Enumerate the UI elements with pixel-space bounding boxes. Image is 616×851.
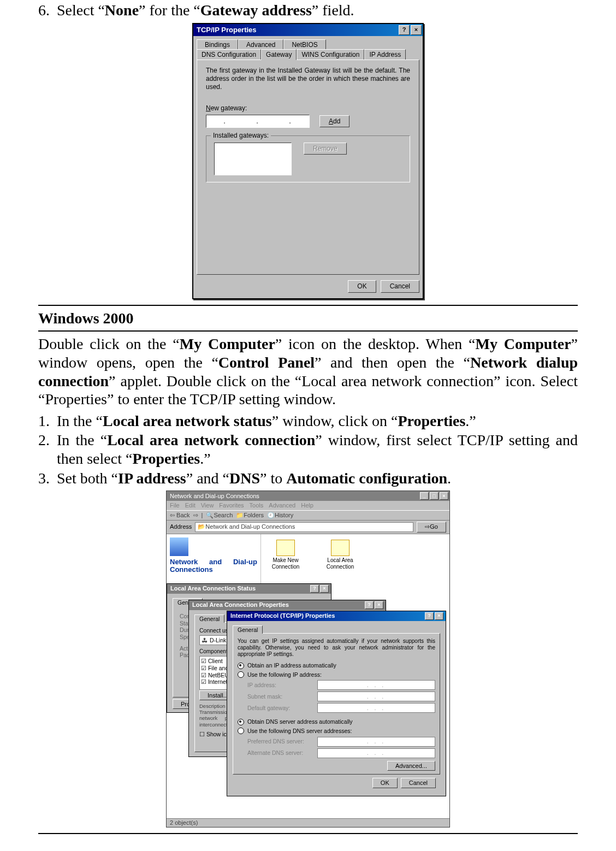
bold-my-computer: My Computer	[180, 335, 275, 352]
explorer-left-pane: Network and Dial-up Connections	[167, 534, 261, 583]
text: ” for the “	[139, 2, 200, 19]
go-button[interactable]: ⇨Go	[417, 522, 446, 532]
opt-manual-dns[interactable]: Use the following DNS server addresses:	[238, 728, 435, 735]
menu-advanced[interactable]: Advanced	[269, 502, 295, 509]
tab-panel-gateway: The first gateway in the Installed Gatew…	[197, 60, 419, 275]
history-button[interactable]: 🕘History	[267, 512, 293, 519]
help-button[interactable]: ?	[399, 25, 410, 35]
status-bar: 2 object(s)	[167, 818, 449, 827]
figure-w2k-network-settings: Network and Dial-up Connections _ □ × Fi…	[38, 490, 578, 828]
tab-bindings[interactable]: Bindings	[197, 39, 238, 50]
tab-advanced[interactable]: Advanced	[238, 39, 283, 50]
left-pane-heading: Network and Dial-up Connections	[170, 558, 257, 574]
default-gateway-field: Default gateway:. . .	[247, 703, 435, 713]
tab-netbios[interactable]: NetBIOS	[283, 39, 325, 50]
cancel-button[interactable]: Cancel	[381, 280, 419, 292]
tcpip-intro: You can get IP settings assigned automat…	[238, 638, 435, 658]
minimize-button[interactable]: _	[420, 492, 429, 500]
text: ” and “	[186, 470, 229, 487]
tab-general[interactable]: General	[194, 614, 224, 623]
tab-general[interactable]: General	[233, 625, 263, 634]
step-number: 2.	[38, 431, 57, 468]
add-button[interactable]: AAdddd	[319, 115, 350, 127]
bold-properties: Properties	[398, 412, 465, 429]
bold-lan-status: Local area network status	[103, 412, 272, 429]
opt-manual-ip[interactable]: Use the following IP address:	[238, 671, 435, 678]
menu-help[interactable]: Help	[301, 502, 313, 509]
search-button[interactable]: 🔍Search	[206, 512, 233, 519]
step-number: 6.	[38, 1, 57, 20]
ok-button[interactable]: OK	[372, 778, 398, 788]
new-gateway-input[interactable]: ...	[206, 115, 310, 128]
tcpip-title: Internet Protocol (TCP/IP) Properties	[230, 612, 424, 619]
address-bar: Address 📂 Network and Dial-up Connection…	[167, 521, 449, 534]
help-button[interactable]: ?	[425, 612, 434, 620]
address-field[interactable]: 📂 Network and Dial-up Connections	[195, 522, 413, 532]
menu-tools[interactable]: Tools	[250, 502, 264, 509]
menu-edit[interactable]: Edit	[185, 502, 196, 509]
menu-bar: File Edit View Favorites Tools Advanced …	[167, 501, 449, 510]
new-gateway-label: NNew gateway:ew gateway:	[206, 104, 410, 112]
text: ” applet. Double click on the “Local are…	[38, 373, 578, 408]
tab-ip-address[interactable]: IP Address	[364, 49, 406, 60]
forward-button[interactable]: ⇨	[193, 512, 198, 519]
text: .”	[200, 450, 210, 467]
figure-tcpip-properties: TCP/IP Properties ? × Bindings Advanced …	[38, 23, 578, 299]
gateway-intro-text: The first gateway in the Installed Gatew…	[206, 67, 410, 91]
divider	[38, 833, 578, 834]
icon-local-area-connection[interactable]: Local Area Connection	[321, 540, 359, 578]
menu-file[interactable]: File	[170, 502, 180, 509]
w2k-intro-paragraph: Double click on the “My Computer” icon o…	[38, 335, 578, 408]
opt-auto-dns[interactable]: Obtain DNS server address automatically	[238, 718, 435, 725]
text: Set both “	[57, 470, 118, 487]
text: In the “	[57, 412, 103, 429]
title-bar: TCP/IP Properties ? ×	[193, 24, 423, 36]
radio-icon	[238, 663, 244, 669]
dialog-title: TCP/IP Properties	[197, 26, 398, 34]
step-number: 1.	[38, 412, 57, 430]
text: .	[447, 470, 451, 487]
close-button[interactable]: ×	[375, 601, 383, 609]
w2k-step-2: 2. In the “Local area network connection…	[38, 431, 578, 468]
ip-address-field: IP address:. . .	[247, 680, 435, 690]
bold-properties: Properties	[132, 450, 200, 467]
installed-gateways-list[interactable]	[214, 143, 292, 175]
bold-gateway-address: Gateway address	[200, 2, 312, 19]
installed-gateways-label: Installed gateways:	[211, 132, 271, 139]
radio-icon	[238, 719, 244, 725]
toolbar: ⇦ Back ⇨ | 🔍Search 📁Folders 🕘History	[167, 510, 449, 521]
dialog-tcpip-properties: Internet Protocol (TCP/IP) Properties?× …	[227, 611, 446, 796]
close-button[interactable]: ×	[440, 492, 448, 500]
cancel-button[interactable]: Cancel	[401, 778, 436, 788]
menu-view[interactable]: View	[201, 502, 214, 509]
address-label: Address	[170, 523, 192, 530]
folder-icon	[170, 537, 188, 556]
step-text: Select “None” for the “Gateway address” …	[57, 1, 578, 20]
help-button[interactable]: ?	[310, 585, 319, 593]
tab-wins-config[interactable]: WINS Configuration	[297, 49, 364, 60]
maximize-button[interactable]: □	[430, 492, 439, 500]
advanced-button[interactable]: Advanced...	[387, 761, 435, 771]
w2k-step-3: 3. Set both “IP address” and “DNS” to Au…	[38, 469, 578, 488]
divider	[38, 330, 578, 332]
close-button[interactable]: ×	[411, 25, 422, 35]
tab-dns-config[interactable]: DNS Configuration	[197, 49, 261, 60]
help-button[interactable]: ?	[365, 601, 374, 609]
preferred-dns-field: Preferred DNS server:. . .	[247, 737, 435, 747]
opt-auto-ip[interactable]: Obtain an IP address automatically	[238, 662, 435, 669]
close-button[interactable]: ×	[435, 612, 443, 620]
tab-gateway[interactable]: Gateway	[261, 49, 297, 60]
icon-make-new-connection[interactable]: Make New Connection	[266, 540, 305, 578]
bold-none: None	[105, 2, 139, 19]
text: ” and then open the “	[315, 354, 470, 371]
text: ” field.	[312, 2, 354, 19]
menu-favorites[interactable]: Favorites	[219, 502, 244, 509]
close-button[interactable]: ×	[320, 585, 329, 593]
text: ” window, click on “	[272, 412, 398, 429]
folders-button[interactable]: 📁Folders	[236, 512, 264, 519]
remove-button[interactable]: Remove	[304, 143, 347, 155]
divider	[38, 305, 578, 306]
ok-button[interactable]: OK	[348, 280, 376, 292]
back-button[interactable]: ⇦ Back	[170, 512, 190, 519]
tabs-row-back: Bindings Advanced NetBIOS	[197, 39, 419, 50]
